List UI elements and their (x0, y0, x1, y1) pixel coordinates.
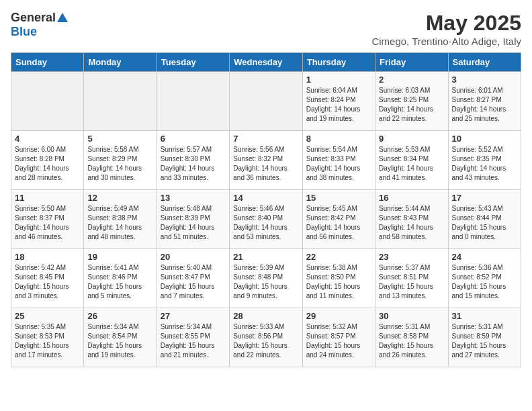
calendar-cell: 25Sunrise: 5:35 AM Sunset: 8:53 PM Dayli… (11, 308, 84, 367)
calendar-cell: 8Sunrise: 5:54 AM Sunset: 8:33 PM Daylig… (302, 131, 375, 190)
day-info: Sunrise: 5:56 AM Sunset: 8:32 PM Dayligh… (233, 145, 298, 183)
day-number: 20 (161, 252, 226, 262)
calendar-week-row: 25Sunrise: 5:35 AM Sunset: 8:53 PM Dayli… (11, 308, 521, 367)
day-number: 30 (379, 311, 444, 321)
calendar-cell: 20Sunrise: 5:40 AM Sunset: 8:47 PM Dayli… (157, 249, 229, 308)
title-area: May 2025 Cimego, Trentino-Alto Adige, It… (371, 11, 521, 47)
day-number: 5 (87, 134, 152, 144)
calendar-cell: 4Sunrise: 6:00 AM Sunset: 8:28 PM Daylig… (11, 131, 84, 190)
calendar-body: 1Sunrise: 6:04 AM Sunset: 8:24 PM Daylig… (11, 72, 521, 367)
day-number: 16 (379, 193, 444, 203)
day-number: 19 (87, 252, 152, 262)
logo-general: General (11, 11, 56, 25)
day-info: Sunrise: 5:38 AM Sunset: 8:50 PM Dayligh… (306, 263, 371, 301)
day-info: Sunrise: 5:34 AM Sunset: 8:55 PM Dayligh… (161, 322, 226, 360)
calendar-cell: 26Sunrise: 5:34 AM Sunset: 8:54 PM Dayli… (84, 308, 157, 367)
calendar-week-row: 1Sunrise: 6:04 AM Sunset: 8:24 PM Daylig… (11, 72, 521, 131)
day-number: 21 (233, 252, 298, 262)
day-header-tuesday: Tuesday (157, 53, 229, 72)
day-number: 2 (379, 75, 444, 85)
calendar-cell: 28Sunrise: 5:33 AM Sunset: 8:56 PM Dayli… (230, 308, 302, 367)
day-number: 1 (306, 75, 371, 85)
logo: General Blue (11, 11, 68, 39)
day-number: 3 (452, 75, 517, 85)
day-info: Sunrise: 5:42 AM Sunset: 8:45 PM Dayligh… (15, 263, 80, 301)
calendar-cell: 3Sunrise: 6:01 AM Sunset: 8:27 PM Daylig… (448, 72, 521, 131)
day-number: 15 (306, 193, 371, 203)
day-info: Sunrise: 5:37 AM Sunset: 8:51 PM Dayligh… (379, 263, 444, 301)
day-info: Sunrise: 5:34 AM Sunset: 8:54 PM Dayligh… (87, 322, 152, 360)
day-info: Sunrise: 5:33 AM Sunset: 8:56 PM Dayligh… (233, 322, 298, 360)
calendar-cell: 9Sunrise: 5:53 AM Sunset: 8:34 PM Daylig… (375, 131, 448, 190)
calendar-cell: 17Sunrise: 5:43 AM Sunset: 8:44 PM Dayli… (448, 190, 521, 249)
calendar-cell: 18Sunrise: 5:42 AM Sunset: 8:45 PM Dayli… (11, 249, 84, 308)
calendar-cell: 16Sunrise: 5:44 AM Sunset: 8:43 PM Dayli… (375, 190, 448, 249)
day-info: Sunrise: 6:04 AM Sunset: 8:24 PM Dayligh… (306, 86, 371, 124)
day-info: Sunrise: 5:31 AM Sunset: 8:58 PM Dayligh… (379, 322, 444, 360)
day-info: Sunrise: 5:58 AM Sunset: 8:29 PM Dayligh… (87, 145, 152, 183)
day-info: Sunrise: 5:40 AM Sunset: 8:47 PM Dayligh… (161, 263, 226, 301)
day-number: 17 (452, 193, 517, 203)
calendar-cell (84, 72, 157, 131)
day-info: Sunrise: 5:49 AM Sunset: 8:38 PM Dayligh… (87, 204, 152, 242)
calendar-cell: 30Sunrise: 5:31 AM Sunset: 8:58 PM Dayli… (375, 308, 448, 367)
calendar-week-row: 18Sunrise: 5:42 AM Sunset: 8:45 PM Dayli… (11, 249, 521, 308)
calendar-cell: 22Sunrise: 5:38 AM Sunset: 8:50 PM Dayli… (302, 249, 375, 308)
day-info: Sunrise: 5:39 AM Sunset: 8:48 PM Dayligh… (233, 263, 298, 301)
day-info: Sunrise: 5:50 AM Sunset: 8:37 PM Dayligh… (15, 204, 80, 242)
day-number: 4 (15, 134, 80, 144)
day-info: Sunrise: 5:45 AM Sunset: 8:42 PM Dayligh… (306, 204, 371, 242)
day-info: Sunrise: 5:48 AM Sunset: 8:39 PM Dayligh… (161, 204, 226, 242)
day-info: Sunrise: 5:46 AM Sunset: 8:40 PM Dayligh… (233, 204, 298, 242)
day-header-friday: Friday (375, 53, 448, 72)
day-info: Sunrise: 5:57 AM Sunset: 8:30 PM Dayligh… (161, 145, 226, 183)
day-info: Sunrise: 5:54 AM Sunset: 8:33 PM Dayligh… (306, 145, 371, 183)
day-number: 8 (306, 134, 371, 144)
calendar-cell (11, 72, 84, 131)
day-info: Sunrise: 5:44 AM Sunset: 8:43 PM Dayligh… (379, 204, 444, 242)
day-info: Sunrise: 5:36 AM Sunset: 8:52 PM Dayligh… (452, 263, 517, 301)
day-info: Sunrise: 5:41 AM Sunset: 8:46 PM Dayligh… (87, 263, 152, 301)
location-subtitle: Cimego, Trentino-Alto Adige, Italy (371, 36, 521, 47)
calendar-cell: 11Sunrise: 5:50 AM Sunset: 8:37 PM Dayli… (11, 190, 84, 249)
calendar-cell: 6Sunrise: 5:57 AM Sunset: 8:30 PM Daylig… (157, 131, 229, 190)
calendar-cell: 21Sunrise: 5:39 AM Sunset: 8:48 PM Dayli… (230, 249, 302, 308)
calendar-cell (230, 72, 302, 131)
day-header-saturday: Saturday (448, 53, 521, 72)
day-header-wednesday: Wednesday (230, 53, 302, 72)
calendar-week-row: 4Sunrise: 6:00 AM Sunset: 8:28 PM Daylig… (11, 131, 521, 190)
day-number: 18 (15, 252, 80, 262)
day-number: 28 (233, 311, 298, 321)
calendar-cell: 2Sunrise: 6:03 AM Sunset: 8:25 PM Daylig… (375, 72, 448, 131)
calendar-cell: 12Sunrise: 5:49 AM Sunset: 8:38 PM Dayli… (84, 190, 157, 249)
calendar-cell: 29Sunrise: 5:32 AM Sunset: 8:57 PM Dayli… (302, 308, 375, 367)
day-number: 27 (161, 311, 226, 321)
day-info: Sunrise: 5:43 AM Sunset: 8:44 PM Dayligh… (452, 204, 517, 242)
day-number: 31 (452, 311, 517, 321)
day-info: Sunrise: 6:00 AM Sunset: 8:28 PM Dayligh… (15, 145, 80, 183)
day-header-monday: Monday (84, 53, 157, 72)
day-header-sunday: Sunday (11, 53, 84, 72)
calendar-table: SundayMondayTuesdayWednesdayThursdayFrid… (11, 52, 521, 367)
day-info: Sunrise: 5:35 AM Sunset: 8:53 PM Dayligh… (15, 322, 80, 360)
day-info: Sunrise: 5:32 AM Sunset: 8:57 PM Dayligh… (306, 322, 371, 360)
day-number: 7 (233, 134, 298, 144)
calendar-header-row: SundayMondayTuesdayWednesdayThursdayFrid… (11, 53, 521, 72)
calendar-cell: 27Sunrise: 5:34 AM Sunset: 8:55 PM Dayli… (157, 308, 229, 367)
day-number: 13 (161, 193, 226, 203)
day-header-thursday: Thursday (302, 53, 375, 72)
day-info: Sunrise: 6:01 AM Sunset: 8:27 PM Dayligh… (452, 86, 517, 124)
calendar-cell: 24Sunrise: 5:36 AM Sunset: 8:52 PM Dayli… (448, 249, 521, 308)
day-info: Sunrise: 5:53 AM Sunset: 8:34 PM Dayligh… (379, 145, 444, 183)
month-title: May 2025 (371, 11, 521, 36)
day-number: 9 (379, 134, 444, 144)
calendar-cell: 1Sunrise: 6:04 AM Sunset: 8:24 PM Daylig… (302, 72, 375, 131)
calendar-cell (157, 72, 229, 131)
calendar-cell: 15Sunrise: 5:45 AM Sunset: 8:42 PM Dayli… (302, 190, 375, 249)
day-number: 29 (306, 311, 371, 321)
day-number: 24 (452, 252, 517, 262)
calendar-cell: 13Sunrise: 5:48 AM Sunset: 8:39 PM Dayli… (157, 190, 229, 249)
day-number: 26 (87, 311, 152, 321)
calendar-cell: 31Sunrise: 5:31 AM Sunset: 8:59 PM Dayli… (448, 308, 521, 367)
calendar-cell: 7Sunrise: 5:56 AM Sunset: 8:32 PM Daylig… (230, 131, 302, 190)
